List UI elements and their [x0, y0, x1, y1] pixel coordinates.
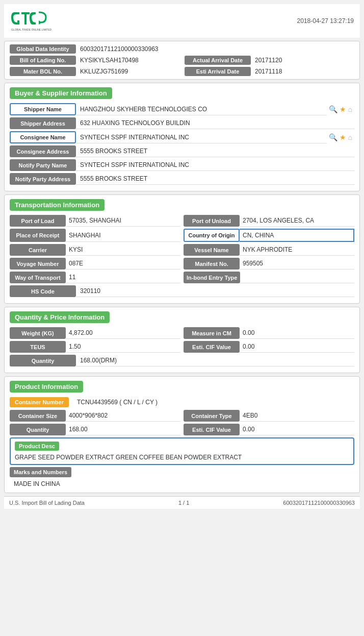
home-icon[interactable]: ⌂ — [348, 105, 352, 113]
master-bol-label: Mater BOL No. — [10, 67, 76, 76]
carrier-vessel-row: Carrier KYSI Vessel Name NYK APHRODITE — [10, 244, 354, 256]
product-desc-box: Product Desc GRAPE SEED POWDER EXTRACT G… — [10, 437, 354, 465]
shipper-address-label: Shipper Address — [10, 117, 76, 129]
buyer-supplier-title: Buyer & Supplier Information — [10, 87, 112, 99]
notify-party-address-label: Notify Party Address — [10, 173, 76, 185]
header-datetime: 2018-04-27 13:27:19 — [297, 17, 354, 25]
shipper-name-value: HANGZHOU SKYHERB TECHNOLOGIES CO — [76, 103, 327, 115]
esti-arrival-value: 20171118 — [255, 68, 354, 75]
place-receipt-value: SHANGHAI — [66, 229, 180, 242]
home-icon-2[interactable]: ⌂ — [348, 133, 352, 141]
svg-rect-1 — [21, 12, 30, 14]
manifest-label: Manifest No. — [184, 258, 240, 270]
quantity-price-title: Quantity & Price Information — [10, 311, 110, 323]
hs-code-value: 320110 — [76, 285, 354, 297]
logo: GLOBAL TRADE ONLINE LIMITED — [10, 8, 56, 34]
quantity-price-section: Quantity & Price Information Weight (KG)… — [4, 307, 360, 373]
consignee-name-value: SYNTECH SSPF INTERNATIONAL INC — [76, 131, 327, 143]
transportation-section: Transportation Information Port of Load … — [4, 194, 360, 304]
quantity-cif-product-row: Quantity 168.00 Esti. CIF Value 0.00 — [10, 424, 354, 435]
receipt-origin-row: Place of Receipt SHANGHAI Country of Ori… — [10, 229, 354, 242]
voyage-value: 087E — [66, 258, 180, 270]
marks-label: Marks and Numbers — [10, 467, 71, 477]
product-desc-value: GRAPE SEED POWDER EXTRACT GREEN COFFEE B… — [15, 454, 349, 461]
teus-value: 1.50 — [66, 341, 180, 353]
actual-arrival-label: Actual Arrival Date — [185, 56, 251, 65]
product-esti-cif-value: 0.00 — [240, 424, 354, 435]
voyage-label: Voyage Number — [10, 258, 66, 270]
port-unload-value: 2704, LOS ANGELES, CA — [240, 215, 354, 227]
product-quantity-value: 168.00 — [66, 424, 180, 435]
product-quantity-label: Quantity — [10, 424, 66, 435]
product-title: Product Information — [10, 381, 83, 393]
buyer-supplier-section: Buyer & Supplier Information Shipper Nam… — [4, 83, 360, 191]
weight-measure-row: Weight (KG) 4,872.00 Measure in CM 0.00 — [10, 327, 354, 339]
search-icon-2[interactable]: 🔍 — [329, 133, 337, 141]
notify-party-address-value: 5555 BROOKS STREET — [76, 173, 354, 185]
notify-party-name-row: Notify Party Name SYNTECH SSPF INTERNATI… — [10, 159, 354, 171]
hs-code-label: HS Code — [10, 285, 76, 297]
container-number-row: Container Number TCNU4439569 ( CN / L / … — [10, 397, 354, 408]
teus-cif-row: TEUS 1.50 Esti. CIF Value 0.00 — [10, 341, 354, 353]
inbond-value — [240, 272, 354, 283]
way-transport-value: 11 — [66, 272, 180, 283]
port-unload-label: Port of Unload — [184, 215, 240, 227]
container-size-type-row: Container Size 4000*906*802 Container Ty… — [10, 410, 354, 422]
shipper-address-row: Shipper Address 632 HUAXING TECHNOLOGY B… — [10, 117, 354, 129]
footer-center: 1 / 1 — [178, 500, 189, 506]
manifest-value: 959505 — [240, 258, 354, 270]
container-number-value: TCNU4439569 ( CN / L / CY ) — [73, 397, 354, 408]
country-origin-value: CN, CHINA — [240, 229, 354, 242]
voyage-manifest-row: Voyage Number 087E Manifest No. 959505 — [10, 258, 354, 270]
weight-value: 4,872.00 — [66, 327, 180, 339]
quantity-qp-row: Quantity 168.00(DRM) — [10, 355, 354, 366]
container-type-value: 4EB0 — [240, 410, 354, 422]
carrier-label: Carrier — [10, 244, 66, 256]
port-row: Port of Load 57035, SHANGHAI Port of Unl… — [10, 215, 354, 227]
global-data-label: Global Data Identity — [10, 44, 76, 54]
carrier-value: KYSI — [66, 244, 180, 256]
container-size-value: 4000*906*802 — [66, 410, 180, 422]
consignee-address-value: 5555 BROOKS STREET — [76, 145, 354, 157]
consignee-address-label: Consignee Address — [10, 145, 76, 157]
search-icon[interactable]: 🔍 — [329, 105, 337, 113]
footer-left: U.S. Import Bill of Lading Data — [9, 500, 85, 506]
shipper-name-row: Shipper Name HANGZHOU SKYHERB TECHNOLOGI… — [10, 103, 354, 115]
teus-label: TEUS — [10, 341, 66, 353]
port-load-value: 57035, SHANGHAI — [66, 215, 180, 227]
product-desc-label: Product Desc — [15, 442, 59, 451]
port-load-label: Port of Load — [10, 215, 66, 227]
identity-bar: Global Data Identity 6003201711210000033… — [4, 41, 360, 80]
consignee-address-row: Consignee Address 5555 BROOKS STREET — [10, 145, 354, 157]
container-size-label: Container Size — [10, 410, 66, 422]
container-type-label: Container Type — [184, 410, 240, 422]
bol-value: KYSIKYLSAH170498 — [80, 57, 179, 64]
footer-right: 60032017112100000330963 — [283, 500, 355, 506]
product-section: Product Information Container Number TCN… — [4, 376, 360, 493]
star-icon[interactable]: ★ — [340, 105, 346, 113]
marks-value: MADE IN CHINA — [10, 479, 354, 488]
notify-party-name-label: Notify Party Name — [10, 159, 76, 171]
quantity-qp-label: Quantity — [10, 355, 76, 366]
inbond-label: In-bond Entry Type — [184, 272, 240, 283]
measure-label: Measure in CM — [184, 327, 240, 339]
actual-arrival-value: 20171120 — [255, 57, 354, 64]
place-receipt-label: Place of Receipt — [10, 229, 66, 242]
quantity-qp-value: 168.00(DRM) — [76, 355, 354, 366]
vessel-name-label: Vessel Name — [184, 244, 240, 256]
weight-label: Weight (KG) — [10, 327, 66, 339]
consignee-name-row: Consignee Name SYNTECH SSPF INTERNATIONA… — [10, 131, 354, 143]
consignee-name-label: Consignee Name — [10, 131, 76, 143]
page-header: GLOBAL TRADE ONLINE LIMITED 2018-04-27 1… — [4, 4, 360, 38]
marks-row: Marks and Numbers MADE IN CHINA — [10, 467, 354, 488]
hs-code-row: HS Code 320110 — [10, 285, 354, 297]
star-icon-2[interactable]: ★ — [340, 133, 346, 141]
notify-party-name-value: SYNTECH SSPF INTERNATIONAL INC — [76, 159, 354, 171]
esti-cif-qp-value: 0.00 — [240, 341, 354, 353]
svg-text:GLOBAL TRADE ONLINE LIMITED: GLOBAL TRADE ONLINE LIMITED — [11, 28, 52, 31]
measure-value: 0.00 — [240, 327, 354, 339]
bol-label: Bill of Lading No. — [10, 56, 76, 65]
shipper-name-label: Shipper Name — [10, 103, 76, 115]
way-transport-label: Way of Transport — [10, 272, 66, 283]
notify-party-address-row: Notify Party Address 5555 BROOKS STREET — [10, 173, 354, 185]
